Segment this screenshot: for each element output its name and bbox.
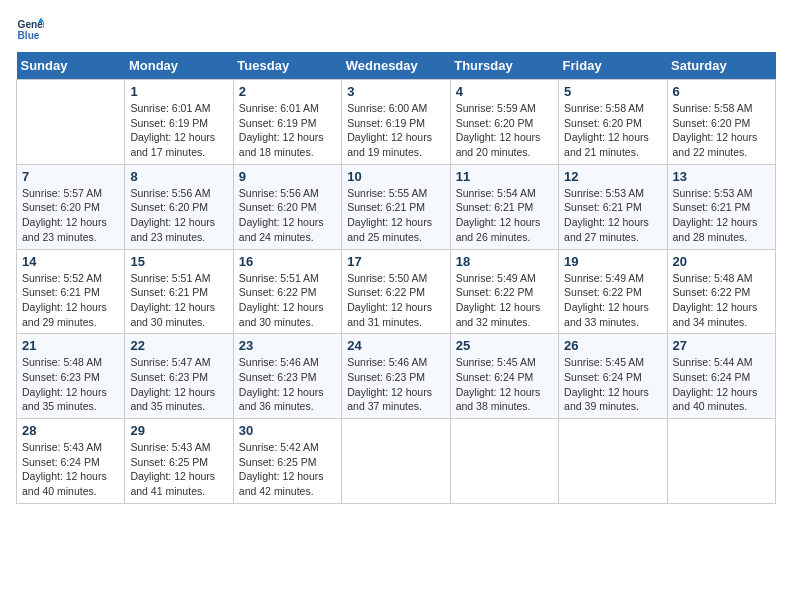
calendar-cell [559, 419, 667, 504]
day-number: 14 [22, 254, 119, 269]
day-number: 24 [347, 338, 444, 353]
header-row: SundayMondayTuesdayWednesdayThursdayFrid… [17, 52, 776, 80]
day-info: Sunrise: 5:50 AM Sunset: 6:22 PM Dayligh… [347, 271, 444, 330]
calendar-cell: 5Sunrise: 5:58 AM Sunset: 6:20 PM Daylig… [559, 80, 667, 165]
day-number: 13 [673, 169, 770, 184]
logo-icon: General Blue [16, 16, 44, 44]
week-row-1: 1Sunrise: 6:01 AM Sunset: 6:19 PM Daylig… [17, 80, 776, 165]
day-info: Sunrise: 5:44 AM Sunset: 6:24 PM Dayligh… [673, 355, 770, 414]
day-header-thursday: Thursday [450, 52, 558, 80]
calendar-cell: 18Sunrise: 5:49 AM Sunset: 6:22 PM Dayli… [450, 249, 558, 334]
day-number: 29 [130, 423, 227, 438]
calendar-cell: 26Sunrise: 5:45 AM Sunset: 6:24 PM Dayli… [559, 334, 667, 419]
calendar-cell: 14Sunrise: 5:52 AM Sunset: 6:21 PM Dayli… [17, 249, 125, 334]
calendar-cell: 3Sunrise: 6:00 AM Sunset: 6:19 PM Daylig… [342, 80, 450, 165]
day-number: 9 [239, 169, 336, 184]
day-info: Sunrise: 5:56 AM Sunset: 6:20 PM Dayligh… [239, 186, 336, 245]
calendar-cell: 21Sunrise: 5:48 AM Sunset: 6:23 PM Dayli… [17, 334, 125, 419]
day-info: Sunrise: 5:56 AM Sunset: 6:20 PM Dayligh… [130, 186, 227, 245]
day-number: 22 [130, 338, 227, 353]
day-header-friday: Friday [559, 52, 667, 80]
header: General Blue [16, 16, 776, 44]
calendar-cell: 29Sunrise: 5:43 AM Sunset: 6:25 PM Dayli… [125, 419, 233, 504]
svg-text:Blue: Blue [18, 30, 40, 41]
day-info: Sunrise: 5:51 AM Sunset: 6:21 PM Dayligh… [130, 271, 227, 330]
day-number: 18 [456, 254, 553, 269]
calendar-cell [342, 419, 450, 504]
calendar-cell: 8Sunrise: 5:56 AM Sunset: 6:20 PM Daylig… [125, 164, 233, 249]
calendar-table: SundayMondayTuesdayWednesdayThursdayFrid… [16, 52, 776, 504]
calendar-cell: 2Sunrise: 6:01 AM Sunset: 6:19 PM Daylig… [233, 80, 341, 165]
day-number: 30 [239, 423, 336, 438]
calendar-cell: 23Sunrise: 5:46 AM Sunset: 6:23 PM Dayli… [233, 334, 341, 419]
day-info: Sunrise: 5:58 AM Sunset: 6:20 PM Dayligh… [564, 101, 661, 160]
calendar-cell: 20Sunrise: 5:48 AM Sunset: 6:22 PM Dayli… [667, 249, 775, 334]
week-row-2: 7Sunrise: 5:57 AM Sunset: 6:20 PM Daylig… [17, 164, 776, 249]
day-info: Sunrise: 6:00 AM Sunset: 6:19 PM Dayligh… [347, 101, 444, 160]
day-number: 11 [456, 169, 553, 184]
day-info: Sunrise: 5:43 AM Sunset: 6:24 PM Dayligh… [22, 440, 119, 499]
day-info: Sunrise: 5:48 AM Sunset: 6:22 PM Dayligh… [673, 271, 770, 330]
day-number: 6 [673, 84, 770, 99]
day-info: Sunrise: 5:43 AM Sunset: 6:25 PM Dayligh… [130, 440, 227, 499]
week-row-3: 14Sunrise: 5:52 AM Sunset: 6:21 PM Dayli… [17, 249, 776, 334]
calendar-cell: 9Sunrise: 5:56 AM Sunset: 6:20 PM Daylig… [233, 164, 341, 249]
day-number: 3 [347, 84, 444, 99]
day-number: 12 [564, 169, 661, 184]
day-info: Sunrise: 6:01 AM Sunset: 6:19 PM Dayligh… [130, 101, 227, 160]
calendar-cell: 30Sunrise: 5:42 AM Sunset: 6:25 PM Dayli… [233, 419, 341, 504]
calendar-cell: 15Sunrise: 5:51 AM Sunset: 6:21 PM Dayli… [125, 249, 233, 334]
day-info: Sunrise: 5:55 AM Sunset: 6:21 PM Dayligh… [347, 186, 444, 245]
logo: General Blue [16, 16, 48, 44]
day-info: Sunrise: 5:58 AM Sunset: 6:20 PM Dayligh… [673, 101, 770, 160]
day-number: 4 [456, 84, 553, 99]
calendar-cell: 11Sunrise: 5:54 AM Sunset: 6:21 PM Dayli… [450, 164, 558, 249]
day-info: Sunrise: 5:49 AM Sunset: 6:22 PM Dayligh… [564, 271, 661, 330]
day-number: 15 [130, 254, 227, 269]
calendar-cell: 16Sunrise: 5:51 AM Sunset: 6:22 PM Dayli… [233, 249, 341, 334]
calendar-cell: 10Sunrise: 5:55 AM Sunset: 6:21 PM Dayli… [342, 164, 450, 249]
week-row-5: 28Sunrise: 5:43 AM Sunset: 6:24 PM Dayli… [17, 419, 776, 504]
day-header-wednesday: Wednesday [342, 52, 450, 80]
calendar-cell: 19Sunrise: 5:49 AM Sunset: 6:22 PM Dayli… [559, 249, 667, 334]
calendar-cell: 1Sunrise: 6:01 AM Sunset: 6:19 PM Daylig… [125, 80, 233, 165]
day-number: 17 [347, 254, 444, 269]
day-header-saturday: Saturday [667, 52, 775, 80]
calendar-cell: 12Sunrise: 5:53 AM Sunset: 6:21 PM Dayli… [559, 164, 667, 249]
calendar-cell: 17Sunrise: 5:50 AM Sunset: 6:22 PM Dayli… [342, 249, 450, 334]
day-number: 25 [456, 338, 553, 353]
day-info: Sunrise: 5:49 AM Sunset: 6:22 PM Dayligh… [456, 271, 553, 330]
day-number: 5 [564, 84, 661, 99]
day-info: Sunrise: 5:46 AM Sunset: 6:23 PM Dayligh… [239, 355, 336, 414]
day-info: Sunrise: 5:59 AM Sunset: 6:20 PM Dayligh… [456, 101, 553, 160]
calendar-cell: 27Sunrise: 5:44 AM Sunset: 6:24 PM Dayli… [667, 334, 775, 419]
calendar-cell: 25Sunrise: 5:45 AM Sunset: 6:24 PM Dayli… [450, 334, 558, 419]
day-number: 21 [22, 338, 119, 353]
day-number: 27 [673, 338, 770, 353]
day-info: Sunrise: 6:01 AM Sunset: 6:19 PM Dayligh… [239, 101, 336, 160]
day-info: Sunrise: 5:45 AM Sunset: 6:24 PM Dayligh… [456, 355, 553, 414]
day-number: 1 [130, 84, 227, 99]
calendar-cell: 28Sunrise: 5:43 AM Sunset: 6:24 PM Dayli… [17, 419, 125, 504]
calendar-cell: 13Sunrise: 5:53 AM Sunset: 6:21 PM Dayli… [667, 164, 775, 249]
calendar-cell: 24Sunrise: 5:46 AM Sunset: 6:23 PM Dayli… [342, 334, 450, 419]
day-info: Sunrise: 5:47 AM Sunset: 6:23 PM Dayligh… [130, 355, 227, 414]
day-header-monday: Monday [125, 52, 233, 80]
day-number: 7 [22, 169, 119, 184]
day-number: 8 [130, 169, 227, 184]
calendar-cell: 6Sunrise: 5:58 AM Sunset: 6:20 PM Daylig… [667, 80, 775, 165]
day-info: Sunrise: 5:45 AM Sunset: 6:24 PM Dayligh… [564, 355, 661, 414]
day-number: 26 [564, 338, 661, 353]
day-number: 28 [22, 423, 119, 438]
day-number: 20 [673, 254, 770, 269]
day-info: Sunrise: 5:53 AM Sunset: 6:21 PM Dayligh… [673, 186, 770, 245]
day-header-tuesday: Tuesday [233, 52, 341, 80]
day-info: Sunrise: 5:48 AM Sunset: 6:23 PM Dayligh… [22, 355, 119, 414]
day-info: Sunrise: 5:52 AM Sunset: 6:21 PM Dayligh… [22, 271, 119, 330]
day-number: 2 [239, 84, 336, 99]
calendar-cell: 22Sunrise: 5:47 AM Sunset: 6:23 PM Dayli… [125, 334, 233, 419]
day-info: Sunrise: 5:51 AM Sunset: 6:22 PM Dayligh… [239, 271, 336, 330]
day-number: 10 [347, 169, 444, 184]
day-info: Sunrise: 5:54 AM Sunset: 6:21 PM Dayligh… [456, 186, 553, 245]
calendar-cell: 7Sunrise: 5:57 AM Sunset: 6:20 PM Daylig… [17, 164, 125, 249]
